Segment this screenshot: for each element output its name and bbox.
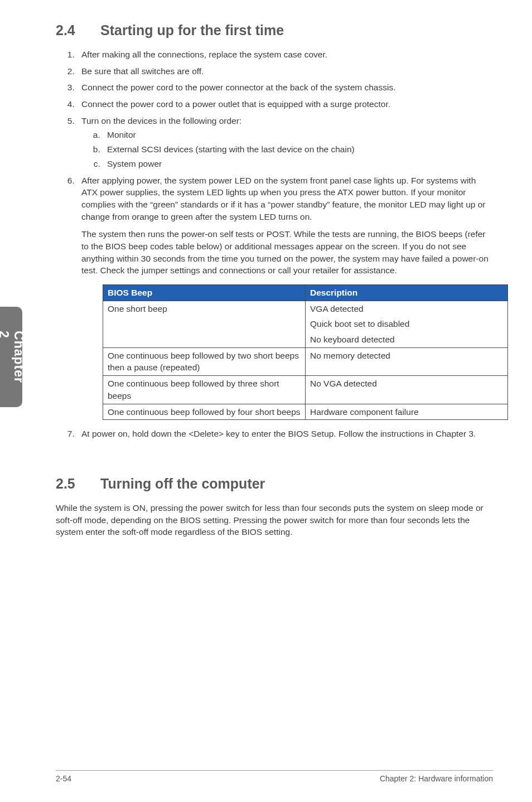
cell-bios: One continuous beep followed by four sho… (103, 404, 306, 420)
step-1-text: After making all the connections, replac… (81, 50, 327, 59)
cell-bios: One continuous beep followed by three sh… (103, 376, 306, 404)
th-bios-beep: BIOS Beep (103, 285, 306, 301)
step-5b-text: External SCSI devices (starting with the… (107, 144, 355, 154)
step-6-text: After applying power, the system power L… (81, 176, 486, 221)
page-content: 2.4Starting up for the first time After … (0, 0, 532, 555)
section-2-4-number: 2.4 (56, 22, 100, 38)
step-6: After applying power, the system power L… (77, 175, 493, 421)
step-5: Turn on the devices in the following ord… (77, 115, 493, 170)
table-row: Quick boot set to disabled (103, 316, 508, 332)
chapter-side-tab: Chapter 2 (0, 307, 22, 407)
step-4: Connect the power cord to a power outlet… (77, 98, 493, 110)
section-2-5-number: 2.5 (56, 476, 100, 492)
table-header-row: BIOS Beep Description (103, 285, 508, 301)
step-5a: Monitor (103, 129, 493, 141)
cell-bios: One short beep (103, 301, 306, 316)
table-row: One continuous beep followed by four sho… (103, 404, 508, 420)
step-7-text: At power on, hold down the <Delete> key … (81, 429, 476, 438)
cell-desc: No memory detected (306, 347, 508, 375)
table-row: One short beep VGA detected (103, 301, 508, 316)
step-5b: External SCSI devices (starting with the… (103, 143, 493, 156)
section-2-5-heading: 2.5Turning off the computer (56, 476, 493, 492)
step-2-text: Be sure that all switches are off. (81, 66, 204, 76)
footer-page-number: 2-54 (56, 774, 71, 783)
step-1: After making all the connections, replac… (77, 49, 493, 61)
table-row: One continuous beep followed by three sh… (103, 376, 508, 404)
table-row: No keyboard detected (103, 332, 508, 347)
section-2-5-title: Turning off the computer (100, 476, 265, 491)
cell-desc: No VGA detected (306, 376, 508, 404)
step-5a-text: Monitor (107, 130, 136, 139)
cell-bios (103, 316, 306, 332)
step-4-text: Connect the power cord to a power outlet… (81, 99, 390, 109)
cell-bios (103, 332, 306, 347)
page-footer: 2-54 Chapter 2: Hardware information (56, 770, 493, 783)
cell-desc: VGA detected (306, 301, 508, 316)
step-2: Be sure that all switches are off. (77, 65, 493, 78)
th-description: Description (306, 285, 508, 301)
cell-desc: Hardware component failure (306, 404, 508, 420)
chapter-side-tab-label: Chapter 2 (0, 331, 26, 383)
step-3: Connect the power cord to the power conn… (77, 81, 493, 94)
cell-desc: No keyboard detected (306, 332, 508, 347)
step-3-text: Connect the power cord to the power conn… (81, 83, 395, 92)
bios-beep-table: BIOS Beep Description One short beep VGA… (103, 284, 508, 420)
step-5-sublist: Monitor External SCSI devices (starting … (103, 129, 493, 170)
section-2-4-steps: After making all the connections, replac… (77, 49, 493, 440)
cell-desc: Quick boot set to disabled (306, 316, 508, 332)
step-5c: System power (103, 158, 493, 170)
step-6-para2: The system then runs the power-on self t… (81, 228, 493, 277)
table-row: One continuous beep followed by two shor… (103, 347, 508, 375)
section-2-4-heading: 2.4Starting up for the first time (56, 22, 493, 38)
section-2-5-body: While the system is ON, pressing the pow… (56, 502, 493, 538)
footer-chapter-label: Chapter 2: Hardware information (380, 774, 493, 783)
step-7: At power on, hold down the <Delete> key … (77, 428, 493, 440)
step-5c-text: System power (107, 159, 162, 168)
step-5-text: Turn on the devices in the following ord… (81, 116, 241, 125)
section-2-4-title: Starting up for the first time (100, 22, 284, 38)
cell-bios: One continuous beep followed by two shor… (103, 347, 306, 375)
